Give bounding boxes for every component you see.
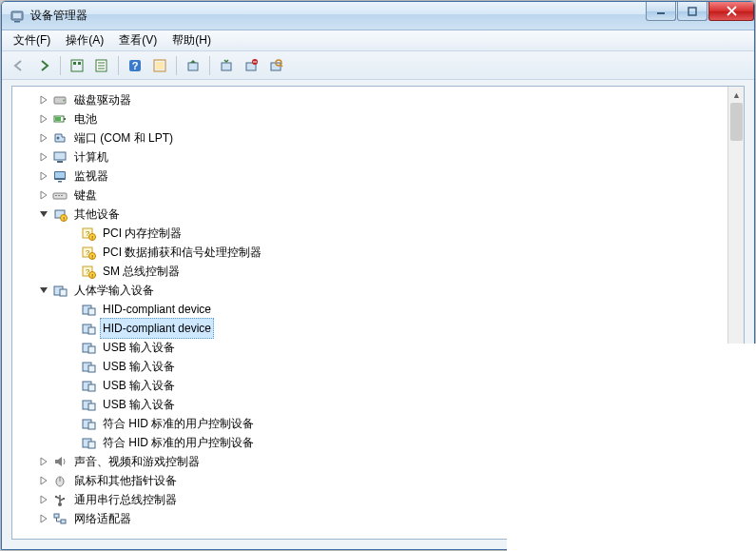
tree-row[interactable]: ?!PCI 内存控制器 <box>12 224 727 243</box>
tree-label[interactable]: 端口 (COM 和 LPT) <box>71 128 176 148</box>
tree-label[interactable]: 符合 HID 标准的用户控制设备 <box>100 413 257 434</box>
expand-toggle-icon[interactable] <box>37 474 50 487</box>
hid-device-icon <box>81 416 96 431</box>
update-driver-button[interactable] <box>182 54 204 77</box>
scroll-thumb[interactable] <box>730 103 743 141</box>
network-icon <box>52 511 68 526</box>
hid-device-icon <box>81 321 96 336</box>
tree-item: ?!SM 总线控制器 <box>12 262 727 281</box>
svg-point-76 <box>58 502 62 506</box>
show-hidden-button[interactable] <box>66 54 88 77</box>
tree-label[interactable]: 鼠标和其他指针设备 <box>71 470 180 491</box>
tree-label[interactable]: HID-compliant device <box>100 318 214 339</box>
app-icon <box>10 9 25 24</box>
tree-label[interactable]: 磁盘驱动器 <box>71 89 134 110</box>
tree-row[interactable]: 电池 <box>12 109 727 128</box>
tree-row[interactable]: 计算机 <box>12 148 727 167</box>
toolbar: ? <box>2 51 754 80</box>
help-button[interactable]: ? <box>124 54 146 77</box>
svg-rect-57 <box>60 289 67 296</box>
menu-view[interactable]: 查看(V) <box>111 30 165 50</box>
expand-toggle-icon[interactable] <box>37 93 50 107</box>
expand-toggle-icon[interactable] <box>37 512 50 525</box>
tree-row[interactable]: 端口 (COM 和 LPT) <box>12 128 727 148</box>
titlebar[interactable]: 设备管理器 <box>2 2 754 30</box>
scan-hardware-button[interactable] <box>264 54 287 77</box>
tree-row[interactable]: ?!SM 总线控制器 <box>12 262 727 281</box>
tree-label[interactable]: 其他设备 <box>71 204 123 225</box>
tree-label[interactable]: USB 输入设备 <box>100 356 178 377</box>
expand-toggle-icon[interactable] <box>37 131 50 145</box>
refresh-button[interactable] <box>148 54 171 77</box>
tree-row[interactable]: 监视器 <box>12 167 727 186</box>
toolbar-separator <box>60 56 61 75</box>
tree-label[interactable]: 声音、视频和游戏控制器 <box>71 451 203 472</box>
svg-point-80 <box>55 496 57 498</box>
svg-rect-18 <box>188 63 198 70</box>
svg-rect-59 <box>88 308 95 315</box>
collapse-toggle-icon[interactable] <box>37 207 50 221</box>
disable-button[interactable] <box>240 54 262 77</box>
tree-row[interactable]: HID-compliant device <box>12 300 727 319</box>
svg-rect-9 <box>78 62 81 65</box>
uninstall-button[interactable] <box>215 54 238 77</box>
maximize-button[interactable] <box>677 2 708 21</box>
tree-label[interactable]: 键盘 <box>71 185 100 206</box>
unknown-device-icon: ?! <box>81 245 96 260</box>
tree-label[interactable]: SM 总线控制器 <box>100 261 183 282</box>
tree-row[interactable]: HID-compliant device <box>12 319 727 338</box>
sound-icon <box>52 454 68 469</box>
tree-category: !其他设备?!PCI 内存控制器?!PCI 数据捕获和信号处理控制器?!SM 总… <box>12 205 727 281</box>
expand-toggle-icon[interactable] <box>37 455 50 468</box>
tree-label[interactable]: 人体学输入设备 <box>71 280 157 301</box>
tree-row[interactable]: ?!PCI 数据捕获和信号处理控制器 <box>12 243 727 262</box>
forward-button[interactable] <box>32 54 55 77</box>
tree-label[interactable]: 符合 HID 标准的用户控制设备 <box>100 432 257 453</box>
tree-label[interactable]: 计算机 <box>71 147 111 167</box>
tree-label[interactable]: HID-compliant device <box>100 299 214 320</box>
tree-label[interactable]: 通用串行总线控制器 <box>71 489 180 510</box>
tree-label[interactable]: PCI 内存控制器 <box>100 223 184 244</box>
svg-rect-83 <box>61 520 66 523</box>
tree-category: 监视器 <box>12 167 727 186</box>
tree-label[interactable]: USB 输入设备 <box>100 375 178 396</box>
tree-label[interactable]: 监视器 <box>71 166 111 187</box>
expand-toggle-icon[interactable] <box>37 112 50 126</box>
tree-label[interactable]: USB 输入设备 <box>100 337 178 358</box>
tree-label[interactable]: USB 输入设备 <box>100 394 178 415</box>
hid-icon <box>52 283 68 298</box>
svg-rect-19 <box>222 63 231 70</box>
svg-rect-73 <box>88 442 95 448</box>
expand-toggle-icon[interactable] <box>37 169 50 183</box>
minimize-button[interactable] <box>646 2 676 21</box>
tree-row[interactable]: 键盘 <box>12 186 727 205</box>
properties-button[interactable] <box>90 54 113 77</box>
svg-rect-67 <box>88 384 95 391</box>
svg-rect-71 <box>88 423 95 429</box>
hid-device-icon <box>81 435 96 450</box>
svg-text:?: ? <box>132 60 139 71</box>
back-button[interactable] <box>8 54 30 77</box>
tree-label[interactable]: 电池 <box>71 108 100 129</box>
tree-row[interactable]: 人体学输入设备 <box>12 281 727 300</box>
close-button[interactable] <box>708 2 754 21</box>
expand-toggle-icon[interactable] <box>37 188 50 202</box>
svg-point-27 <box>63 100 65 102</box>
expand-toggle-icon[interactable] <box>37 493 50 506</box>
menu-action[interactable]: 操作(A) <box>58 30 111 50</box>
svg-rect-30 <box>55 117 61 121</box>
tree-row[interactable]: !其他设备 <box>12 205 727 224</box>
menu-file[interactable]: 文件(F) <box>6 30 58 50</box>
tree-label[interactable]: PCI 数据捕获和信号处理控制器 <box>100 242 264 263</box>
scroll-up-arrow[interactable]: ▲ <box>728 87 745 103</box>
collapse-toggle-icon[interactable] <box>37 284 50 297</box>
svg-rect-32 <box>54 152 66 160</box>
unknown-device-icon: ?! <box>81 226 96 241</box>
tree-label[interactable]: 网络适配器 <box>71 508 134 529</box>
toolbar-separator <box>176 56 177 75</box>
tree-row[interactable]: 磁盘驱动器 <box>12 90 727 109</box>
expand-toggle-icon[interactable] <box>37 150 50 164</box>
hid-device-icon <box>81 340 96 355</box>
svg-rect-36 <box>58 181 62 183</box>
menu-help[interactable]: 帮助(H) <box>165 30 219 50</box>
